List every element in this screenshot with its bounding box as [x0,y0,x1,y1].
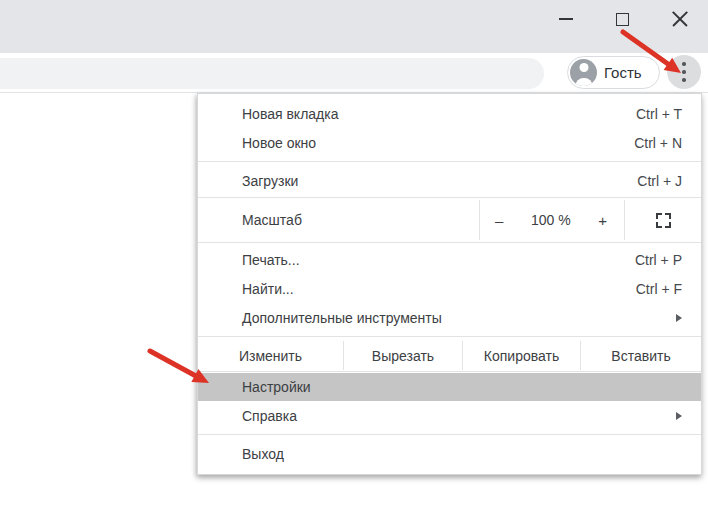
menu-item-new-tab[interactable]: Новая вкладка Ctrl + T [198,99,701,128]
menu-separator [198,197,701,198]
menu-item-label: Дополнительные инструменты [242,310,442,326]
menu-item-label: Загрузки [242,173,298,189]
zoom-in-button[interactable]: + [598,212,607,229]
maximize-button[interactable] [594,0,651,38]
browser-window: Гость Новая вкладка Ctrl + T Новое окно … [0,0,708,506]
menu-item-more-tools[interactable]: Дополнительные инструменты [198,303,701,332]
profile-label: Гость [604,64,642,81]
paste-button-label: Вставить [611,348,670,364]
menu-item-shortcut: Ctrl + N [634,135,682,151]
menu-separator [198,434,701,435]
menu-separator [198,161,701,162]
menu-item-downloads[interactable]: Загрузки Ctrl + J [198,166,701,195]
close-icon [671,10,689,28]
menu-item-label: Справка [242,408,297,424]
submenu-arrow-icon [676,412,682,420]
menu-item-shortcut: Ctrl + T [636,106,682,122]
menu-item-shortcut: Ctrl + J [637,173,682,189]
kebab-menu-icon [682,62,686,82]
menu-separator [198,242,701,243]
menu-item-shortcut: Ctrl + F [636,281,682,297]
menu-item-label: Новое окно [242,135,316,151]
menu-item-edit-row: Изменить Вырезать Копировать Вставить [198,341,701,370]
copy-button-label: Копировать [484,348,559,364]
zoom-controls: – 100 % + [480,200,624,240]
title-bar [0,0,708,53]
browser-menu-button[interactable] [667,55,701,89]
menu-item-settings[interactable]: Настройки [198,373,701,401]
menu-separator [198,371,701,372]
zoom-level-value: 100 % [531,212,571,228]
close-button[interactable] [651,0,708,38]
address-bar[interactable] [0,58,544,89]
menu-item-label: Выход [242,446,284,462]
toolbar: Гость [0,53,708,93]
person-avatar-icon [570,59,597,86]
zoom-out-button[interactable]: – [495,212,503,229]
submenu-arrow-icon [676,314,682,322]
cut-button-label: Вырезать [372,348,434,364]
paste-button[interactable]: Вставить [581,341,701,370]
copy-button[interactable]: Копировать [463,341,580,370]
menu-item-shortcut: Ctrl + P [635,252,682,268]
minimize-icon [559,18,573,20]
menu-item-zoom: Масштаб – 100 % + [198,200,701,240]
menu-item-label: Новая вкладка [242,106,339,122]
menu-item-label: Печать... [242,252,300,268]
menu-item-label: Найти... [242,281,294,297]
edit-label: Изменить [198,341,343,370]
cut-button[interactable]: Вырезать [344,341,462,370]
fullscreen-icon [656,213,671,228]
menu-separator [198,336,701,337]
menu-item-help[interactable]: Справка [198,401,701,430]
menu-item-exit[interactable]: Выход [198,439,701,468]
minimize-button[interactable] [537,0,594,38]
menu-item-new-window[interactable]: Новое окно Ctrl + N [198,128,701,157]
window-controls [537,0,708,38]
maximize-icon [616,13,629,26]
profile-button[interactable]: Гость [567,56,660,89]
menu-item-label: Настройки [242,379,311,395]
menu-item-print[interactable]: Печать... Ctrl + P [198,245,701,274]
chrome-dropdown-menu: Новая вкладка Ctrl + T Новое окно Ctrl +… [197,93,702,475]
fullscreen-button[interactable] [625,200,701,240]
zoom-label: Масштаб [198,200,479,240]
menu-item-find[interactable]: Найти... Ctrl + F [198,274,701,303]
edit-label-text: Изменить [239,348,302,364]
